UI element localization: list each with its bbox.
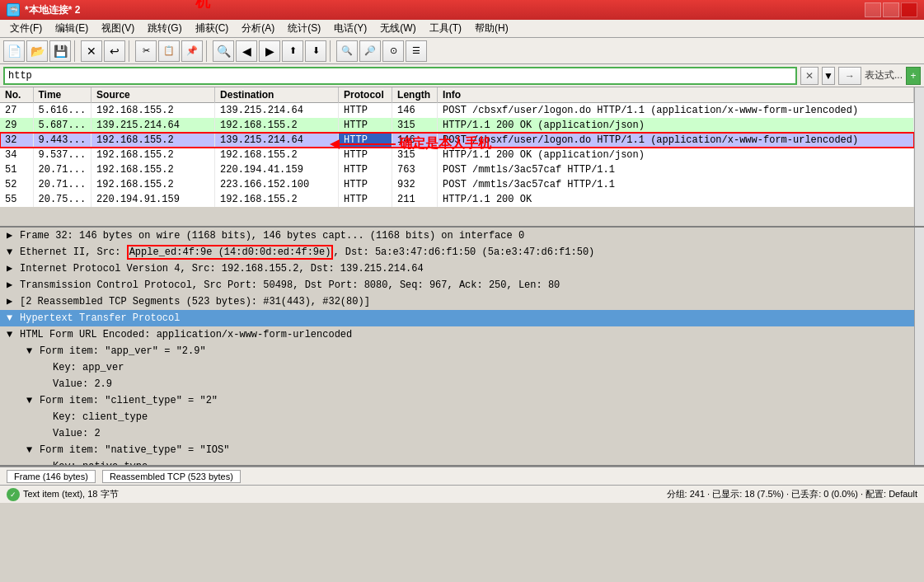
detail-scrollbar[interactable] [914,228,924,465]
toolbar: 📄 📂 💾 ✕ ↩ ✂ 📋 📌 🔍 ◀ ▶ ⬆ ⬇ 🔍 🔎 ⊙ ☰ [0,38,924,64]
filter-input[interactable] [3,67,797,85]
packet-scrollbar[interactable] [914,87,924,226]
toolbar-save[interactable]: 💾 [49,40,71,62]
col-no[interactable]: No. [0,87,33,103]
col-dest[interactable]: Destination [215,87,339,103]
detail-line[interactable]: ▼Hypertext Transfer Protocol [0,310,914,326]
menu-edit[interactable]: 编辑(E) [49,20,95,37]
table-row[interactable]: 5220.71...192.168.155.2223.166.152.100HT… [0,177,914,192]
table-row[interactable]: 5120.71...192.168.155.2220.194.41.159HTT… [0,162,914,177]
tree-toggle[interactable]: ▼ [26,393,40,408]
maximize-button[interactable] [883,2,899,17]
ethernet-src-highlight: Apple_ed:4f:9e (14:d0:0d:ed:4f:9e) [127,245,334,260]
detail-line[interactable]: ▶Frame 32: 146 bytes on wire (1168 bits)… [0,228,914,244]
status-bar-1: Frame (146 bytes) Reassembled TCP (523 b… [0,467,924,485]
detail-line[interactable]: Key: app_ver [0,359,914,376]
minimize-button[interactable] [865,2,881,17]
toolbar-close[interactable]: ✕ [81,40,102,62]
toolbar-new[interactable]: 📄 [3,40,25,62]
packet-list: No. Time Source Destination Protocol Len… [0,87,914,226]
toolbar-cut[interactable]: ✂ [135,40,157,62]
table-row[interactable]: 349.537...192.168.155.2192.168.155.2HTTP… [0,148,914,162]
toolbar-columns[interactable]: ☰ [406,40,427,62]
detail-line[interactable]: ▶Transmission Control Protocol, Src Port… [0,277,914,293]
toolbar-copy[interactable]: 📋 [158,40,180,62]
menu-file[interactable]: 文件(F) [3,20,49,37]
detail-line[interactable]: ▼Form item: "app_ver" = "2.9" [0,343,914,359]
menu-stats[interactable]: 统计(S) [281,20,327,37]
filter-bar: ✕ ▼ → 表达式... + [0,64,924,87]
tree-toggle[interactable]: ▶ [7,261,20,276]
toolbar-up[interactable]: ⬆ [282,40,303,62]
tree-toggle[interactable]: ▶ [7,294,20,309]
packet-table-header: No. Time Source Destination Protocol Len… [0,87,914,103]
col-len[interactable]: Length [392,87,438,103]
table-row[interactable]: 329.443...192.168.155.2139.215.214.64HTT… [0,133,914,148]
frame-tab[interactable]: Frame (146 bytes) [7,470,96,483]
menu-analyze[interactable]: 分析(A) [235,20,281,37]
close-button[interactable] [901,2,917,17]
expression-label[interactable]: 表达式... [865,68,903,82]
toolbar-search[interactable]: 🔍 [213,40,234,62]
toolbar-sep2 [129,40,132,62]
tree-toggle[interactable]: ▼ [26,344,40,359]
table-row[interactable]: 295.687...139.215.214.64192.168.155.2HTT… [0,118,914,133]
window-title: *本地连接* 2 [25,3,80,17]
detail-line[interactable]: Value: 2 [0,425,914,442]
col-time[interactable]: Time [33,87,91,103]
title-bar: 🦈 *本地连接* 2 [0,0,924,20]
col-proto[interactable]: Protocol [339,87,392,103]
col-source[interactable]: Source [91,87,215,103]
detail-line[interactable]: ▼Form item: "client_type" = "2" [0,392,914,409]
toolbar-zoom100[interactable]: ⊙ [382,40,404,62]
detail-line[interactable]: ▶Internet Protocol Version 4, Src: 192.1… [0,260,914,277]
table-row[interactable]: 5520.75...220.194.91.159192.168.155.2HTT… [0,192,914,207]
menu-view[interactable]: 视图(V) [95,20,141,37]
filter-apply-btn[interactable]: → [838,67,861,85]
toolbar-zoomout[interactable]: 🔎 [359,40,381,62]
detail-line[interactable]: ▶[2 Reassembled TCP Segments (523 bytes)… [0,293,914,310]
menu-wireless[interactable]: 无线(W) [373,20,422,37]
filter-plus-btn[interactable]: + [906,67,921,85]
toolbar-back[interactable]: ◀ [236,40,257,62]
ready-icon: ✓ [7,488,20,501]
detail-line[interactable]: ▼Ethernet II, Src: Apple_ed:4f:9e (14:d0… [0,244,914,260]
menu-phone[interactable]: 电话(Y) [327,20,373,37]
menu-tools[interactable]: 工具(T) [423,20,468,37]
menu-goto[interactable]: 跳转(G) [141,20,188,37]
filter-dropdown-btn[interactable]: ▼ [822,67,835,85]
menu-help[interactable]: 帮助(H) [468,20,515,37]
title-bar-left: 🦈 *本地连接* 2 [7,3,80,17]
toolbar-zoomin[interactable]: 🔍 [336,40,358,62]
window-controls [865,2,917,17]
tree-toggle[interactable]: ▼ [7,311,20,326]
table-row[interactable]: 275.616...192.168.155.2139.215.214.64HTT… [0,103,914,118]
toolbar-fwd[interactable]: ▶ [259,40,280,62]
toolbar-paste[interactable]: 📌 [181,40,203,62]
toolbar-reload[interactable]: ↩ [104,40,125,62]
menu-capture[interactable]: 捕获(C) [189,20,236,37]
detail-line[interactable]: ▼HTML Form URL Encoded: application/x-ww… [0,326,914,343]
tree-toggle[interactable]: ▼ [7,245,20,260]
app-icon: 🦈 [7,3,20,16]
col-info[interactable]: Info [438,87,914,103]
menu-bar: 文件(F) 编辑(E) 视图(V) 跳转(G) 捕获(C) 分析(A) 统计(S… [0,20,924,38]
tree-toggle[interactable]: ▼ [26,443,40,458]
status-text: Text item (text), 18 字节 [23,488,119,500]
detail-line[interactable]: Key: client_type [0,409,914,425]
detail-pane: ▶Frame 32: 146 bytes on wire (1168 bits)… [0,228,914,465]
packet-list-container: No. Time Source Destination Protocol Len… [0,87,924,228]
tree-toggle[interactable]: ▶ [7,228,20,243]
toolbar-sep1 [74,40,77,62]
toolbar-open[interactable]: 📂 [26,40,48,62]
detail-pane-container: ▶Frame 32: 146 bytes on wire (1168 bits)… [0,228,924,467]
tree-toggle[interactable]: ▶ [7,278,20,293]
detail-line[interactable]: Key: native_type [0,458,914,465]
detail-line[interactable]: ▼Form item: "native_type" = "IOS" [0,442,914,458]
status-stats: 分组: 241 · 已显示: 18 (7.5%) · 已丢弃: 0 (0.0%)… [667,488,917,500]
tree-toggle[interactable]: ▼ [7,327,20,342]
reassembled-tab[interactable]: Reassembled TCP (523 bytes) [102,470,241,483]
toolbar-down[interactable]: ⬇ [305,40,326,62]
detail-line[interactable]: Value: 2.9 [0,376,914,392]
filter-clear-btn[interactable]: ✕ [800,67,818,85]
